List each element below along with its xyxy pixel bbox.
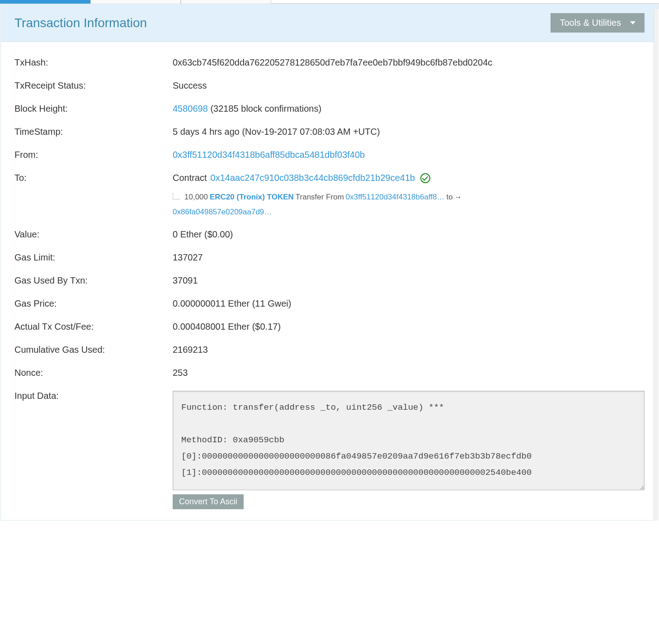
label-nonce: Nonce: [14, 368, 173, 378]
from-address-link[interactable]: 0x3ff51120d34f4318b6aff85dbca5481dbf03f4… [173, 150, 365, 160]
label-txcost: Actual Tx Cost/Fee: [14, 322, 173, 332]
row-timestamp: TimeStamp: 5 days 4 hrs ago (Nov-19-2017… [14, 120, 645, 143]
tools-label: Tools & Utilities [560, 18, 621, 28]
row-gas-limit: Gas Limit: 137027 [14, 246, 645, 269]
value-nonce: 253 [173, 368, 645, 378]
value-txcost: 0.000408001 Ether ($0.17) [173, 322, 645, 332]
transfer-from-link[interactable]: 0x3ff51120d34f4318b6aff8… [346, 189, 445, 205]
panel-header: Transaction Information Tools & Utilitie… [1, 4, 658, 42]
panel-body: TxHash: 0x63cb745f620dda762205278128650d… [1, 42, 658, 520]
value-gasprice: 0.000000011 Ether (11 Gwei) [173, 298, 645, 309]
value-block: 4580698 (32185 block confirmations) [173, 104, 645, 114]
row-gas-used: Gas Used By Txn: 37091 [14, 269, 645, 292]
row-block-height: Block Height: 4580698 (32185 block confi… [14, 97, 645, 120]
contract-line: Contract 0x14aac247c910c038b3c44cb869cfd… [173, 173, 645, 183]
scrollbar-track[interactable] [654, 9, 659, 521]
panel-title: Transaction Information [14, 16, 147, 30]
transfer-to-line: 0x86fa049857e0209aa7d9… [173, 208, 645, 217]
value-value: 0 Ether ($0.00) [173, 229, 645, 240]
row-gas-price: Gas Price: 0.000000011 Ether (11 Gwei) [14, 292, 645, 315]
row-receipt-status: TxReceipt Status: Success [14, 74, 645, 97]
label-value: Value: [14, 229, 173, 240]
tab-bar [0, 0, 659, 4]
value-gaslimit: 137027 [173, 252, 645, 263]
row-tx-cost: Actual Tx Cost/Fee: 0.000408001 Ether ($… [14, 315, 645, 338]
label-block: Block Height: [14, 104, 173, 114]
block-confirmations: (32185 block confirmations) [208, 104, 321, 114]
transfer-line: 10,000 ERC20 (Tronix) TOKEN Transfer Fro… [173, 189, 645, 205]
label-gasprice: Gas Price: [14, 298, 173, 309]
contract-prefix: Contract [173, 173, 207, 183]
value-to: Contract 0x14aac247c910c038b3c44cb869cfd… [173, 173, 645, 217]
value-cumgas: 2169213 [173, 345, 645, 355]
value-txhash: 0x63cb745f620dda762205278128650d7eb7fa7e… [173, 57, 645, 68]
transfer-text: Transfer From [296, 189, 344, 205]
row-nonce: Nonce: 253 [14, 361, 645, 384]
tab-inactive-2[interactable] [181, 0, 271, 4]
transfer-to-link[interactable]: 0x86fa049857e0209aa7d9… [173, 208, 272, 216]
token-link[interactable]: ERC20 (Tronix) TOKEN [210, 189, 294, 205]
label-cumgas: Cumulative Gas Used: [14, 345, 173, 355]
row-cumulative-gas: Cumulative Gas Used: 2169213 [14, 338, 645, 361]
label-txhash: TxHash: [14, 57, 173, 68]
tree-branch-icon [173, 193, 180, 199]
block-link[interactable]: 4580698 [173, 104, 208, 114]
transfer-amount: 10,000 [184, 189, 208, 205]
row-txhash: TxHash: 0x63cb745f620dda762205278128650d… [14, 51, 645, 74]
tools-utilities-dropdown[interactable]: Tools & Utilities [551, 13, 645, 33]
tab-inactive-1[interactable] [90, 0, 181, 4]
arrow-right-icon: → [455, 190, 462, 204]
value-from: 0x3ff51120d34f4318b6aff85dbca5481dbf03f4… [173, 150, 645, 160]
row-to: To: Contract 0x14aac247c910c038b3c44cb86… [14, 166, 645, 223]
verified-check-icon [420, 173, 430, 183]
row-input-data: Input Data: Convert To Ascii [14, 384, 645, 516]
transaction-panel: Transaction Information Tools & Utilitie… [0, 4, 659, 521]
label-receipt: TxReceipt Status: [14, 80, 173, 91]
convert-to-ascii-button[interactable]: Convert To Ascii [173, 494, 244, 509]
value-receipt: Success [173, 80, 645, 91]
label-gaslimit: Gas Limit: [14, 252, 173, 263]
row-from: From: 0x3ff51120d34f4318b6aff85dbca5481d… [14, 143, 645, 166]
contract-address-link[interactable]: 0x14aac247c910c038b3c44cb869cfdb21b29ce4… [211, 173, 415, 183]
value-gasused: 37091 [173, 275, 645, 286]
label-gasused: Gas Used By Txn: [14, 275, 173, 286]
label-inputdata: Input Data: [14, 391, 173, 401]
label-timestamp: TimeStamp: [14, 127, 173, 137]
input-data-textarea[interactable] [173, 391, 645, 490]
transfer-to-text: to [447, 189, 453, 205]
value-inputdata-wrap: Convert To Ascii [173, 391, 645, 509]
caret-down-icon [630, 21, 635, 24]
value-timestamp: 5 days 4 hrs ago (Nov-19-2017 07:08:03 A… [173, 127, 645, 137]
row-value: Value: 0 Ether ($0.00) [14, 223, 645, 246]
label-to: To: [14, 173, 173, 183]
tab-active[interactable] [0, 0, 90, 4]
label-from: From: [14, 150, 173, 160]
